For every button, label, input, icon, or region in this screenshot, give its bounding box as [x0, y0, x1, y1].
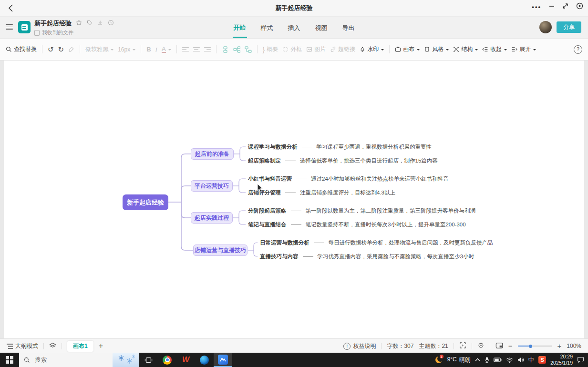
- mindmap-subtopic-node[interactable]: 小红书与抖音运营: [248, 175, 292, 183]
- start-button[interactable]: [0, 353, 19, 367]
- mindmap-detail-node[interactable]: 笔记数量坚持不断，直播时长每次3小时以上，提升单量至200-300: [306, 221, 466, 228]
- layers-icon[interactable]: [49, 342, 56, 350]
- font-family-select[interactable]: 微软雅黑: [85, 45, 113, 53]
- hyperlink-button[interactable]: 超链接: [330, 45, 355, 53]
- user-avatar[interactable]: [539, 21, 552, 33]
- minimize-icon[interactable]: [549, 3, 555, 10]
- weather-widget[interactable]: [113, 353, 139, 367]
- insert-parent-icon[interactable]: [245, 46, 252, 53]
- mindmap-subtopic-node[interactable]: 起店策略制定: [248, 157, 281, 164]
- tag-icon[interactable]: [87, 20, 93, 27]
- minimap-icon[interactable]: [495, 342, 503, 350]
- browser-app-icon[interactable]: [195, 353, 214, 367]
- menu-icon[interactable]: [6, 24, 13, 30]
- restore-icon[interactable]: [562, 3, 568, 10]
- canvas-button[interactable]: 画布: [395, 45, 420, 53]
- chrome-app-icon[interactable]: [158, 353, 176, 367]
- frame-button[interactable]: 外框: [282, 45, 302, 53]
- favorite-star-icon[interactable]: [76, 20, 82, 27]
- tab-view[interactable]: 视图: [314, 18, 329, 37]
- summary-button[interactable]: }概要: [263, 45, 279, 53]
- tab-insert[interactable]: 插入: [287, 18, 301, 37]
- weather-text[interactable]: 9°C晴朗: [447, 356, 471, 364]
- battery-icon[interactable]: [494, 357, 502, 362]
- italic-button[interactable]: I: [155, 46, 157, 53]
- mindmap-branch-node[interactable]: 起店前的准备: [191, 148, 234, 160]
- tab-start[interactable]: 开始: [233, 18, 247, 38]
- expand-button[interactable]: 展开: [511, 45, 536, 53]
- zoom-out-button[interactable]: −: [508, 344, 513, 348]
- wifi-icon[interactable]: [506, 357, 513, 363]
- style-button[interactable]: 风格: [424, 45, 449, 53]
- mindmap-detail-node[interactable]: 学习优秀直播内容，采用露脸与不露脸策略，每次直播至少3小时: [318, 253, 474, 260]
- mindmap-app-icon[interactable]: [214, 353, 232, 367]
- share-button[interactable]: 分享: [557, 21, 581, 33]
- mindmap-subtopic-node[interactable]: 分阶段起店策略: [248, 207, 287, 214]
- tab-export[interactable]: 导出: [341, 18, 356, 37]
- image-button[interactable]: 图片: [306, 45, 326, 53]
- more-icon[interactable]: •••: [532, 3, 541, 10]
- canvas[interactable]: 新手起店经验起店前的准备课程学习与数据分析学习课程至少两遍，重视数据分析积累的重…: [4, 61, 584, 338]
- help-icon[interactable]: ?: [574, 45, 582, 54]
- mindmap-detail-node[interactable]: 学习课程至少两遍，重视数据分析积累的重要性: [317, 143, 432, 151]
- download-icon[interactable]: [97, 20, 103, 27]
- search-input[interactable]: [34, 356, 88, 364]
- taskbar-clock[interactable]: 20:29 2025/1/19: [550, 354, 573, 366]
- font-color-button[interactable]: A: [162, 46, 171, 53]
- weather-tray-icon[interactable]: 1: [434, 356, 443, 364]
- task-view-button[interactable]: [139, 353, 158, 367]
- close-circle-icon[interactable]: [576, 2, 583, 11]
- bold-button[interactable]: B: [146, 46, 151, 53]
- redo-icon[interactable]: ↻: [58, 45, 64, 54]
- mindmap-branch-node[interactable]: 平台运营技巧: [191, 180, 233, 192]
- align-right-icon[interactable]: [204, 47, 211, 52]
- mindmap-detail-node[interactable]: 选择偏低客单价，挑选三个类目进行起店，制作15篇内容: [300, 157, 438, 164]
- volume-icon[interactable]: [517, 357, 524, 363]
- microphone-icon[interactable]: [485, 357, 489, 363]
- ime-indicator[interactable]: 中: [528, 356, 535, 364]
- add-canvas-button[interactable]: +: [99, 344, 103, 348]
- mindmap-subtopic-node[interactable]: 直播技巧与内容: [260, 253, 299, 260]
- undo-icon[interactable]: ↺: [48, 45, 54, 54]
- outline-mode-button[interactable]: 大纲模式: [7, 342, 38, 350]
- zoom-slider[interactable]: [518, 344, 552, 348]
- mindmap-subtopic-node[interactable]: 日常运营与数据分析: [260, 239, 309, 246]
- app-header: 新手起店经验 我收到的文件 开始 样式 插入 视图 导出 分享: [0, 17, 588, 39]
- clock-time: 20:29: [550, 354, 573, 360]
- sogou-icon[interactable]: S: [538, 356, 546, 364]
- canvas-tab-1[interactable]: 画布1: [67, 341, 93, 352]
- mindmap-subtopic-node[interactable]: 笔记与直播结合: [248, 221, 287, 228]
- mindmap-detail-node[interactable]: 每日进行数据榜单分析，处理物流与售后问题，及时更新负反馈产品: [329, 239, 493, 246]
- app-logo-icon: [18, 21, 31, 33]
- mindmap-detail-node[interactable]: 通过24小时加够粉丝和关注热点榜单来运营小红书和抖音: [311, 175, 449, 183]
- locate-center-icon[interactable]: [477, 342, 485, 350]
- watermark-button[interactable]: 水印: [360, 45, 384, 53]
- wps-app-icon[interactable]: W: [176, 353, 195, 367]
- mindmap-branch-node[interactable]: 店铺运营与直播技巧: [193, 245, 248, 256]
- mindmap-subtopic-node[interactable]: 课程学习与数据分析: [248, 143, 298, 151]
- topic-detail-connector: [285, 161, 296, 161]
- mindmap-detail-node[interactable]: 注重店铺多维度评分，目标达到4.3以上: [300, 189, 395, 196]
- history-icon[interactable]: [108, 20, 114, 27]
- insert-subtopic-icon[interactable]: [233, 46, 240, 53]
- tab-style[interactable]: 样式: [260, 18, 274, 37]
- font-size-select[interactable]: 16px: [118, 46, 135, 53]
- find-replace-button[interactable]: 查找替换: [6, 45, 37, 53]
- mindmap-branch-node[interactable]: 起店实践过程: [191, 212, 233, 224]
- tray-expand-icon[interactable]: [475, 358, 480, 362]
- fit-screen-icon[interactable]: [459, 342, 466, 350]
- insert-topic-icon[interactable]: [222, 46, 229, 53]
- format-painter-icon[interactable]: [68, 46, 74, 52]
- structure-button[interactable]: 结构: [453, 45, 478, 53]
- mindmap-detail-node[interactable]: 第一阶段以数量为主，第二阶段注重质量，第三阶段提升客单价与利润: [306, 207, 476, 214]
- collapse-button[interactable]: 收起: [482, 45, 507, 53]
- mindmap-root-node[interactable]: 新手起店经验: [123, 194, 168, 210]
- taskbar: W 1 9°C晴朗 中 S: [0, 353, 588, 367]
- taskbar-search[interactable]: [19, 353, 113, 367]
- align-left-icon[interactable]: [182, 47, 189, 52]
- zoom-in-button[interactable]: +: [557, 344, 562, 348]
- align-center-icon[interactable]: [193, 47, 200, 52]
- action-center-icon[interactable]: [577, 357, 584, 363]
- rights-info-button[interactable]: ! 权益说明: [343, 342, 376, 350]
- mindmap-subtopic-node[interactable]: 店铺评分管理: [248, 189, 281, 196]
